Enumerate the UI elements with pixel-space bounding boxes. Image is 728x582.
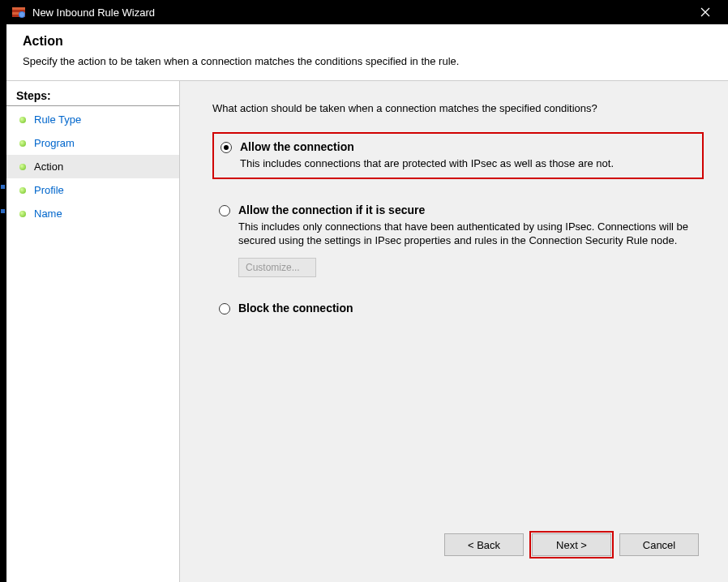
option-block: Block the connection <box>212 297 704 321</box>
svg-rect-1 <box>12 7 25 10</box>
step-bullet-icon <box>19 164 26 170</box>
step-label: Profile <box>34 184 64 196</box>
wizard-footer: < Back Next > Cancel <box>212 525 704 566</box>
app-left-gutter <box>0 0 6 582</box>
option-allow-secure-title: Allow the connection if it is secure <box>238 203 697 216</box>
step-label: Action <box>34 160 63 173</box>
action-prompt: What action should be taken when a conne… <box>212 102 704 114</box>
step-label: Name <box>34 208 62 220</box>
steps-sidebar: Steps: Rule Type Program Action Profile … <box>6 81 180 582</box>
option-body: Allow the connection This includes conne… <box>240 140 696 171</box>
firewall-icon <box>11 5 26 19</box>
option-allow-desc: This includes connections that are prote… <box>240 156 696 171</box>
main-panel: What action should be taken when a conne… <box>180 81 728 582</box>
steps-heading: Steps: <box>6 88 179 106</box>
page-subtitle: Specify the action to be taken when a co… <box>23 55 712 67</box>
back-button[interactable]: < Back <box>444 533 524 556</box>
wizard-content: Steps: Rule Type Program Action Profile … <box>6 80 728 582</box>
option-body: Allow the connection if it is secure Thi… <box>238 203 697 248</box>
close-button[interactable] <box>687 0 723 24</box>
step-rule-type[interactable]: Rule Type <box>6 108 179 131</box>
step-profile[interactable]: Profile <box>6 178 179 202</box>
option-block-row[interactable]: Block the connection <box>212 297 704 321</box>
close-icon <box>700 7 710 17</box>
option-block-title: Block the connection <box>238 302 697 315</box>
radio-block[interactable] <box>219 303 230 315</box>
cancel-button[interactable]: Cancel <box>619 533 699 556</box>
step-name[interactable]: Name <box>6 202 179 225</box>
next-button[interactable]: Next > <box>532 533 611 556</box>
option-allow-row[interactable]: Allow the connection This includes conne… <box>212 132 704 179</box>
step-bullet-icon <box>19 211 26 217</box>
gutter-mark <box>1 185 5 189</box>
step-bullet-icon <box>19 187 26 194</box>
option-allow: Allow the connection This includes conne… <box>212 132 704 179</box>
option-allow-title: Allow the connection <box>240 140 696 153</box>
step-bullet-icon <box>19 117 26 123</box>
customize-button: Customize... <box>238 258 316 277</box>
step-label: Rule Type <box>34 113 81 126</box>
radio-allow[interactable] <box>221 142 232 153</box>
option-body: Block the connection <box>238 302 697 318</box>
window-title: New Inbound Rule Wizard <box>32 6 155 19</box>
step-program[interactable]: Program <box>6 131 179 155</box>
radio-allow-secure[interactable] <box>219 205 230 216</box>
titlebar: New Inbound Rule Wizard <box>6 0 728 24</box>
step-action[interactable]: Action <box>6 155 179 178</box>
wizard-header: Action Specify the action to be taken wh… <box>6 24 728 80</box>
svg-point-4 <box>19 12 24 17</box>
option-allow-secure-row[interactable]: Allow the connection if it is secure Thi… <box>212 199 704 251</box>
step-bullet-icon <box>19 140 26 147</box>
step-label: Program <box>34 137 75 149</box>
page-title: Action <box>23 34 712 49</box>
option-allow-secure-desc: This includes only connections that have… <box>238 220 697 248</box>
wizard-window: New Inbound Rule Wizard Action Specify t… <box>6 0 728 582</box>
gutter-mark <box>1 209 5 213</box>
option-allow-secure: Allow the connection if it is secure Thi… <box>212 199 704 277</box>
